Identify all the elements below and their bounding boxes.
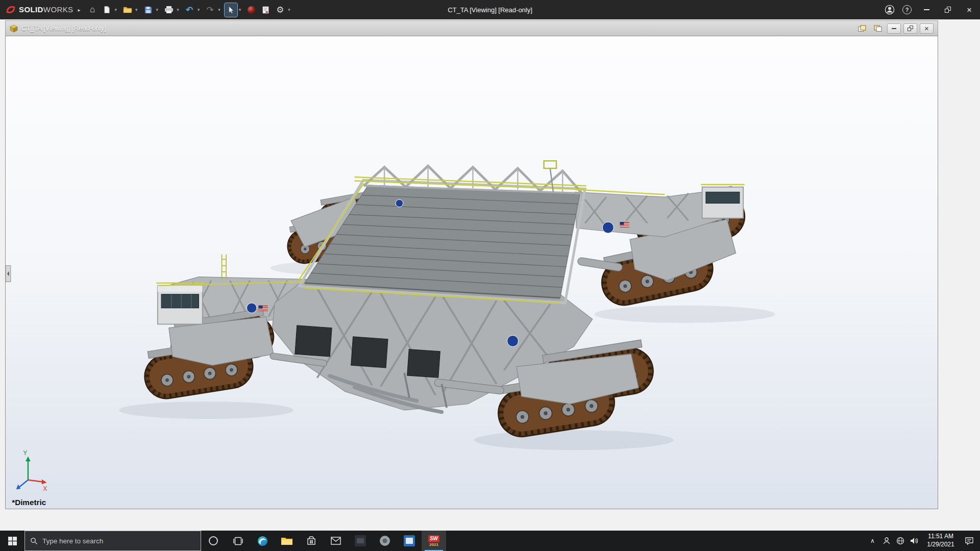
print-icon bbox=[164, 6, 174, 14]
doc-restore-icon bbox=[908, 26, 913, 31]
windows-logo-icon bbox=[8, 537, 17, 545]
redo-icon: ↷ bbox=[207, 5, 214, 15]
undo-icon: ↶ bbox=[186, 5, 193, 15]
view-orientation-label: *Dimetric bbox=[12, 498, 46, 507]
solidworks-app-icon: SW 2021 bbox=[428, 535, 439, 547]
start-button[interactable] bbox=[0, 531, 24, 551]
save-caret-icon[interactable]: ▾ bbox=[156, 7, 159, 12]
account-button[interactable] bbox=[881, 0, 898, 19]
taskbar-app-dark-button[interactable] bbox=[348, 531, 373, 551]
window-title: CT_TA [Viewing] [Read-only] bbox=[235, 6, 745, 14]
account-person-icon bbox=[885, 5, 895, 15]
search-input[interactable] bbox=[42, 537, 195, 545]
open-button[interactable] bbox=[121, 3, 134, 17]
volume-button[interactable] bbox=[907, 531, 921, 551]
solidworks-taskbar-button[interactable]: SW 2021 bbox=[422, 531, 446, 551]
minimize-button[interactable] bbox=[916, 0, 937, 19]
doc-close-icon: × bbox=[924, 24, 929, 32]
new-caret-icon[interactable]: ▾ bbox=[115, 7, 117, 12]
left-control-cab bbox=[156, 283, 204, 324]
screen: SOLIDWORKS ▸ ⌂ ▾ ▾ bbox=[0, 0, 980, 551]
graphics-area[interactable]: Y X *Dimetric bbox=[5, 36, 938, 509]
titlebar-left-toolbar: SOLIDWORKS ▸ ⌂ ▾ ▾ bbox=[0, 3, 293, 17]
close-icon: × bbox=[967, 6, 972, 14]
gear-icon: ⚙ bbox=[276, 5, 284, 15]
triad-y-label: Y bbox=[23, 449, 27, 457]
edge-icon bbox=[257, 535, 268, 547]
save-floppy-icon bbox=[144, 6, 152, 14]
restore-button[interactable] bbox=[937, 0, 959, 19]
cortana-button[interactable] bbox=[201, 531, 226, 551]
print-button[interactable] bbox=[162, 3, 175, 17]
home-icon: ⌂ bbox=[90, 5, 95, 15]
open-caret-icon[interactable]: ▾ bbox=[135, 7, 138, 12]
right-control-cab bbox=[701, 185, 744, 218]
action-center-button[interactable] bbox=[961, 531, 978, 551]
menu-flyout-icon[interactable]: ▸ bbox=[78, 7, 81, 13]
print-caret-icon[interactable]: ▾ bbox=[177, 7, 179, 12]
chevron-up-icon: ∧ bbox=[870, 537, 875, 544]
select-tool-button[interactable] bbox=[225, 3, 237, 17]
taskbar-clock[interactable]: 11:51 AM 1/29/2021 bbox=[921, 533, 961, 548]
access-ladder bbox=[222, 255, 227, 280]
solidworks-logo: SOLIDWORKS bbox=[5, 4, 74, 15]
doc-restore-button[interactable] bbox=[903, 23, 917, 34]
panel-collapse-tab[interactable] bbox=[6, 266, 11, 282]
app-titlebar: SOLIDWORKS ▸ ⌂ ▾ ▾ bbox=[0, 0, 980, 19]
action-center-icon bbox=[965, 536, 974, 545]
clock-time: 11:51 AM bbox=[921, 533, 961, 541]
dark-app-icon bbox=[355, 535, 366, 546]
minimize-icon bbox=[924, 9, 929, 10]
doc-minimize-button[interactable] bbox=[887, 23, 901, 34]
crawler-transporter-model: Y X *Dimetric bbox=[6, 36, 938, 509]
search-icon bbox=[30, 537, 38, 545]
home-button[interactable]: ⌂ bbox=[86, 3, 99, 17]
system-tray: ∧ 11:51 AM bbox=[866, 531, 980, 551]
restore-icon bbox=[945, 7, 951, 13]
tile-windows-icon bbox=[874, 25, 882, 32]
store-button[interactable] bbox=[299, 531, 324, 551]
file-explorer-button[interactable] bbox=[275, 531, 299, 551]
speaker-icon bbox=[910, 537, 919, 545]
select-caret-icon[interactable]: ▾ bbox=[239, 7, 241, 12]
viewport-layout-button-1[interactable] bbox=[855, 23, 869, 34]
red-sphere-icon bbox=[247, 6, 256, 14]
task-view-icon bbox=[233, 537, 243, 545]
undo-caret-icon[interactable]: ▾ bbox=[198, 7, 200, 12]
contact-icon bbox=[883, 537, 891, 545]
triad-x-label: X bbox=[43, 485, 47, 492]
cortana-icon bbox=[208, 536, 218, 546]
orientation-triad[interactable]: Y X bbox=[16, 449, 47, 492]
document-title: CT_TA [Viewing] [Read-only] bbox=[21, 24, 106, 32]
network-globe-icon bbox=[896, 537, 904, 545]
mail-icon bbox=[331, 537, 341, 545]
options-button[interactable]: ⚙ bbox=[274, 3, 286, 17]
mail-button[interactable] bbox=[324, 531, 348, 551]
lifecycle-sphere-button[interactable] bbox=[245, 3, 258, 17]
taskbar-search[interactable] bbox=[24, 531, 201, 551]
options-caret-icon[interactable]: ▾ bbox=[288, 7, 290, 12]
help-icon: ? bbox=[902, 5, 912, 14]
viewport-layout-button-2[interactable] bbox=[871, 23, 885, 34]
taskbar-app-round-button[interactable] bbox=[373, 531, 397, 551]
taskbar-app-blue-button[interactable] bbox=[397, 531, 422, 551]
tray-contact-button[interactable] bbox=[879, 531, 893, 551]
close-button[interactable]: × bbox=[959, 0, 980, 19]
redo-caret-icon[interactable]: ▾ bbox=[218, 7, 220, 12]
redo-button[interactable]: ↷ bbox=[204, 3, 216, 17]
new-document-button[interactable] bbox=[101, 3, 113, 17]
save-button[interactable] bbox=[142, 3, 155, 17]
task-view-button[interactable] bbox=[226, 531, 250, 551]
show-hidden-icons-button[interactable]: ∧ bbox=[866, 531, 879, 551]
network-button[interactable] bbox=[893, 531, 907, 551]
document-titlebar: CT_TA [Viewing] [Read-only] × bbox=[5, 20, 938, 36]
windows-taskbar: SW 2021 ∧ bbox=[0, 531, 980, 551]
clock-date: 1/29/2021 bbox=[921, 541, 961, 549]
store-icon bbox=[306, 536, 316, 546]
new-document-icon bbox=[103, 6, 111, 14]
help-button[interactable]: ? bbox=[898, 0, 916, 19]
doc-close-button[interactable]: × bbox=[920, 23, 934, 34]
undo-button[interactable]: ↶ bbox=[183, 3, 196, 17]
edge-button[interactable] bbox=[250, 531, 275, 551]
report-button[interactable] bbox=[259, 3, 272, 17]
